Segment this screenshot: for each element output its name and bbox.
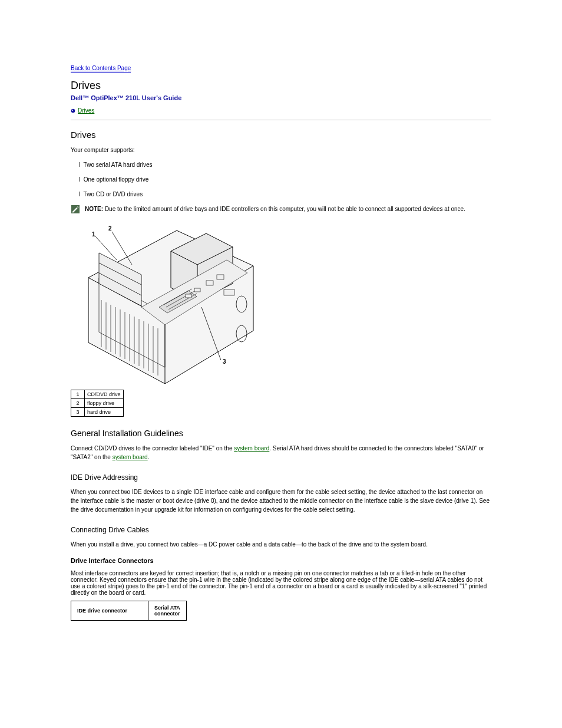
table-header: Serial ATA connector xyxy=(148,601,187,621)
section-heading-guidelines: General Installation Guidelines xyxy=(71,429,491,438)
svg-text:3: 3 xyxy=(223,358,226,365)
svg-rect-27 xyxy=(206,281,213,285)
bullet-icon xyxy=(71,108,75,113)
table-row: 2 floppy drive xyxy=(71,399,124,408)
document-page: Back to Contents Page Drives Dell™ OptiP… xyxy=(0,0,562,656)
note-block: NOTE: Due to the limited amount of drive… xyxy=(71,205,491,214)
callout-num: 3 xyxy=(71,408,85,417)
svg-rect-29 xyxy=(194,288,200,292)
callout-label: hard drive xyxy=(85,408,124,417)
pencil-note-icon xyxy=(71,205,80,214)
callout-table: 1 CD/DVD drive 2 floppy drive 3 hard dri… xyxy=(71,390,124,417)
sub-heading-connecting-cables: Connecting Drive Cables xyxy=(71,526,491,534)
note-text: NOTE: Due to the limited amount of drive… xyxy=(85,205,465,213)
callout-label: floppy drive xyxy=(85,399,124,408)
svg-point-1 xyxy=(72,109,73,110)
svg-rect-30 xyxy=(186,294,191,298)
link-system-board[interactable]: system board xyxy=(113,454,148,460)
callout-label: CD/DVD drive xyxy=(85,390,124,399)
toc-bullet-row: Drives xyxy=(71,107,491,114)
note-body: Due to the limited amount of drive bays … xyxy=(105,206,465,212)
support-list: l Two serial ATA hard drives l One optio… xyxy=(71,160,491,199)
back-to-contents-link[interactable]: Back to Contents Page xyxy=(71,65,131,73)
body-text: When you connect two IDE devices to a si… xyxy=(71,487,491,514)
callout-num: 2 xyxy=(71,399,85,408)
svg-rect-28 xyxy=(217,275,224,279)
body-text: Most interface connectors are keyed for … xyxy=(71,570,491,596)
page-title: Drives xyxy=(71,80,491,92)
link-system-board[interactable]: system board xyxy=(234,445,269,452)
svg-text:1: 1 xyxy=(92,231,95,238)
table-row: 3 hard drive xyxy=(71,408,124,417)
table-header: IDE drive connector xyxy=(71,601,148,621)
toc-link-drives[interactable]: Drives xyxy=(78,107,94,114)
table-row: 1 CD/DVD drive xyxy=(71,390,124,399)
svg-point-0 xyxy=(71,108,75,113)
divider xyxy=(71,120,491,120)
list-item: l Two serial ATA hard drives xyxy=(87,160,491,169)
section-heading-drives: Drives xyxy=(71,130,491,140)
guide-subtitle: Dell™ OptiPlex™ 210L User's Guide xyxy=(71,94,491,101)
callout-num: 1 xyxy=(71,390,85,399)
body-text: Connect CD/DVD drives to the connector l… xyxy=(71,444,491,462)
svg-text:2: 2 xyxy=(108,225,112,232)
list-item: l Two CD or DVD drives xyxy=(87,190,491,199)
intro-text: Your computer supports: xyxy=(71,146,491,154)
sub-heading-interface-connectors: Drive Interface Connectors xyxy=(71,557,491,564)
list-item: l One optional floppy drive xyxy=(87,175,491,184)
sub-heading-ide-addressing: IDE Drive Addressing xyxy=(71,473,491,482)
chassis-diagram: 1 2 3 xyxy=(71,219,491,384)
table-row: IDE drive connector Serial ATA connector xyxy=(71,601,187,621)
svg-rect-31 xyxy=(224,289,234,295)
connector-table: IDE drive connector Serial ATA connector xyxy=(71,601,187,621)
note-label: NOTE: xyxy=(85,206,103,212)
body-text: When you install a drive, you connect tw… xyxy=(71,540,491,549)
